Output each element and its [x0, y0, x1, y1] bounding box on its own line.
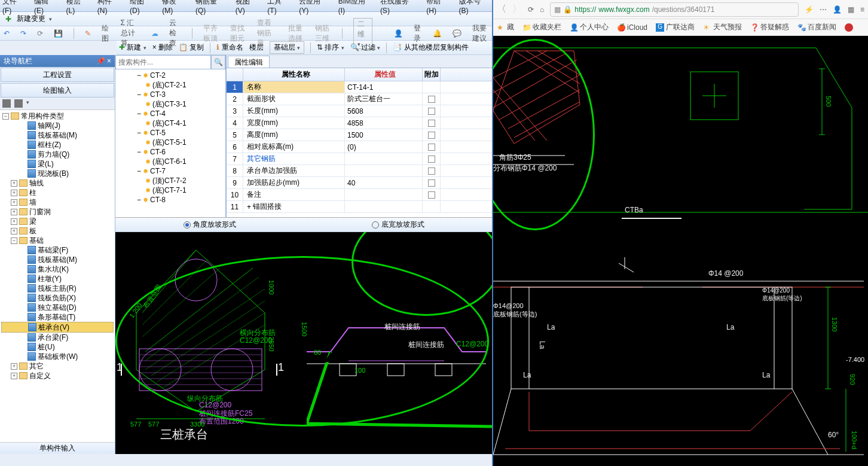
bm-qa[interactable]: ❓答疑解惑: [750, 22, 789, 32]
tree-item[interactable]: 集水坑(K): [1, 264, 114, 274]
tree-item[interactable]: 独立基础(D): [1, 303, 114, 312]
reload-icon[interactable]: ⟳: [528, 5, 534, 14]
property-grid[interactable]: 属性名称 属性值 附加 1名称CT-14-12截面形状阶式三桩台一3长度(mm)…: [227, 68, 492, 217]
tree-item[interactable]: +自定义: [1, 371, 114, 380]
radio-bottom-width-slope[interactable]: 底宽放坡形式: [304, 220, 492, 230]
expand-icon[interactable]: +: [11, 209, 17, 215]
prop-value[interactable]: (0): [345, 141, 423, 153]
tree-item[interactable]: 承台梁(F): [1, 333, 114, 342]
menu-edit[interactable]: 编辑(E): [34, 0, 58, 15]
property-row[interactable]: 11+锚固搭接: [227, 201, 492, 213]
preview-canvas[interactable]: 横向分布筋 纵向分布筋 C12@200 C12@200 桩间连接筋FC25 布置…: [115, 232, 492, 454]
tree-item[interactable]: 条形基础(T): [1, 312, 114, 322]
back-icon[interactable]: 〈: [497, 3, 506, 16]
tab-single-component[interactable]: 单构件输入: [0, 442, 115, 454]
comp-tree-item[interactable]: −✸CT-5: [117, 128, 224, 138]
tree-item[interactable]: 桩(U): [1, 342, 114, 352]
tree-item[interactable]: 现浇板(B): [1, 169, 114, 178]
tree-item[interactable]: +板: [1, 226, 114, 236]
home-icon[interactable]: ⌂: [540, 5, 544, 14]
tab-project-settings[interactable]: 工程设置: [1, 68, 114, 82]
search-input[interactable]: [115, 55, 211, 69]
property-row[interactable]: 8承台单边加强筋: [227, 165, 492, 177]
expand-icon[interactable]: −: [137, 166, 141, 176]
menu-draw[interactable]: 绘图(D): [130, 0, 154, 15]
prop-add-checkbox[interactable]: [423, 105, 441, 117]
new-button[interactable]: ✚ 新建 ▾: [119, 42, 146, 53]
prop-add-checkbox[interactable]: [423, 177, 441, 188]
tree-item[interactable]: +柱: [1, 188, 114, 197]
tree-item[interactable]: +梁: [1, 217, 114, 226]
prop-add-checkbox[interactable]: [423, 165, 441, 176]
expand-icon[interactable]: −: [137, 90, 141, 99]
bell-icon[interactable]: 🔔: [433, 29, 442, 38]
property-row[interactable]: 1名称CT-14-1: [227, 81, 492, 93]
tree-item[interactable]: 框柱(Z): [1, 140, 114, 150]
tree-icon[interactable]: [2, 99, 11, 108]
prop-value[interactable]: [345, 165, 423, 176]
list-icon[interactable]: [14, 99, 23, 108]
expand-icon[interactable]: +: [11, 218, 17, 225]
dropdown-arrow-icon[interactable]: ▾: [49, 16, 52, 22]
sort-button[interactable]: ⇅ 排序 ▾: [317, 42, 344, 53]
tab-property-edit[interactable]: 属性编辑: [228, 56, 270, 68]
comp-tree-item[interactable]: −✸CT-3: [117, 90, 224, 99]
site-info-icon[interactable]: ▦: [554, 5, 561, 14]
tree-item[interactable]: 筏板基础(M): [1, 255, 114, 264]
expand-icon[interactable]: −: [137, 71, 141, 80]
radio-angle-slope[interactable]: 角度放坡形式: [115, 220, 304, 230]
undo-icon[interactable]: ↶: [4, 29, 10, 38]
comp-tree-item[interactable]: ✸(底)CT-4-1: [117, 118, 224, 128]
prop-value[interactable]: CT-14-1: [345, 81, 423, 93]
new-change-button[interactable]: 新建变更: [17, 14, 45, 24]
property-row[interactable]: 5高度(mm)1500: [227, 129, 492, 141]
tree-item[interactable]: 筏板主筋(R): [1, 284, 114, 293]
bm-favbar[interactable]: 📁收藏夹栏: [522, 22, 561, 32]
menu-bim[interactable]: BIM应用(I): [338, 0, 372, 15]
tree-item[interactable]: +其它: [1, 361, 114, 371]
prop-add-checkbox[interactable]: [423, 189, 441, 200]
prop-value[interactable]: [345, 189, 423, 200]
property-row[interactable]: 3长度(mm)5608: [227, 105, 492, 117]
comp-tree-item[interactable]: ✸(底)CT-3-1: [117, 99, 224, 109]
menu-file[interactable]: 文件(F): [2, 0, 26, 15]
user-icon[interactable]: 👤: [833, 5, 842, 14]
comp-tree-item[interactable]: ✸(底)CT-2-1: [117, 80, 224, 90]
tree-item[interactable]: +墙: [1, 197, 114, 207]
component-instance-tree[interactable]: −✸CT-2✸(底)CT-2-1−✸CT-3✸(底)CT-3-1−✸CT-4✸(…: [115, 69, 225, 217]
tab-draw-input[interactable]: 绘图输入: [1, 83, 114, 98]
dropdown-arrow-icon[interactable]: ▾: [26, 99, 29, 108]
bm-icloud[interactable]: 🍎iCloud: [617, 23, 647, 32]
tree-item[interactable]: −基础: [1, 236, 114, 245]
expand-icon[interactable]: +: [11, 180, 17, 187]
bm-fav[interactable]: ★藏: [497, 22, 514, 32]
apps-icon[interactable]: ▦: [848, 5, 854, 14]
prop-add-checkbox[interactable]: [423, 141, 441, 153]
comp-tree-item[interactable]: −✸CT-2: [117, 71, 224, 80]
menu-icon[interactable]: ≡: [860, 5, 864, 14]
bm-baidu[interactable]: 🐾百度新闻: [797, 22, 836, 32]
prop-add-checkbox[interactable]: [423, 201, 441, 212]
menu-floor[interactable]: 楼层(L): [66, 0, 89, 15]
expand-icon[interactable]: −: [137, 128, 141, 138]
draw-icon[interactable]: ✎: [85, 29, 91, 38]
component-type-tree[interactable]: −常用构件类型 轴网(J)筏板基础(M)框柱(Z)剪力墙(Q)梁(L)现浇板(B…: [0, 110, 115, 442]
prop-value[interactable]: 40: [345, 177, 423, 188]
tree-item[interactable]: 剪力墙(Q): [1, 150, 114, 159]
pin-icon[interactable]: 📌 ×: [96, 57, 111, 65]
prop-add-checkbox[interactable]: [423, 129, 441, 141]
tree-item[interactable]: 梁(L): [1, 159, 114, 169]
menu-component[interactable]: 构件(N): [97, 0, 121, 15]
comp-tree-item[interactable]: ✸(底)CT-5-1: [117, 138, 224, 147]
property-row[interactable]: 4宽度(mm)4858: [227, 117, 492, 129]
expand-icon[interactable]: +: [11, 199, 17, 206]
expand-icon[interactable]: −: [137, 147, 141, 157]
expand-icon[interactable]: +: [11, 190, 17, 196]
more-icon[interactable]: ⋯: [820, 5, 827, 14]
prop-value[interactable]: 5608: [345, 105, 423, 117]
tree-item[interactable]: 轴网(J): [1, 121, 114, 130]
refresh-icon[interactable]: ⟳: [37, 29, 43, 38]
comp-tree-item[interactable]: −✸CT-6: [117, 147, 224, 157]
comp-tree-item[interactable]: −✸CT-4: [117, 109, 224, 118]
forward-icon[interactable]: 〉: [512, 3, 522, 16]
